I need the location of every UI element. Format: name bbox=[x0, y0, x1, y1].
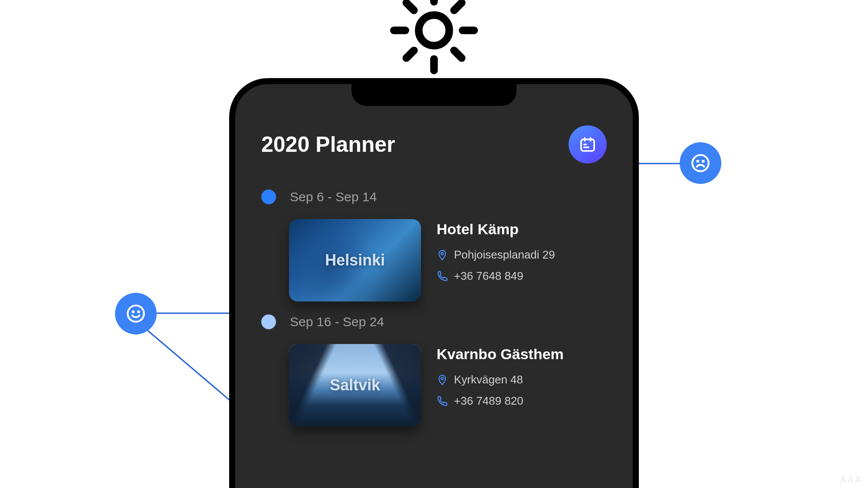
svg-line-8 bbox=[454, 3, 462, 10]
svg-point-21 bbox=[128, 305, 144, 322]
hotel-address-line: Pohjoisesplanadi 29 bbox=[437, 248, 607, 262]
location-pin-icon bbox=[437, 249, 448, 261]
location-pin-icon bbox=[437, 374, 448, 386]
svg-point-0 bbox=[419, 15, 449, 46]
destination-name: Helsinki bbox=[325, 251, 385, 269]
timeline-dot bbox=[261, 314, 276, 329]
trip-date-range: Sep 16 - Sep 24 bbox=[290, 314, 384, 329]
trip-body: Saltvik Kvarnbo Gästhem Kyrkvägen 48 bbox=[261, 344, 607, 426]
trip-date-row: Sep 6 - Sep 14 bbox=[261, 190, 607, 204]
phone-icon bbox=[437, 396, 448, 407]
svg-rect-14 bbox=[581, 139, 594, 151]
trip-date-range: Sep 6 - Sep 14 bbox=[290, 190, 377, 204]
app-screen: 2020 Planner Sep 6 - Sep 14 Helsinki bbox=[235, 84, 633, 488]
calendar-button[interactable] bbox=[569, 125, 607, 164]
timeline-dot bbox=[261, 190, 276, 204]
trip-date-row: Sep 16 - Sep 24 bbox=[261, 314, 607, 329]
svg-line-6 bbox=[454, 50, 462, 58]
annotation-dot bbox=[289, 423, 292, 426]
svg-point-23 bbox=[138, 311, 139, 313]
annotation-dot bbox=[289, 298, 292, 301]
trip-item: Sep 16 - Sep 24 Saltvik Kvarnbo Gästhem … bbox=[261, 314, 607, 426]
hotel-name: Kvarnbo Gästhem bbox=[437, 346, 607, 363]
svg-point-26 bbox=[703, 161, 704, 162]
hotel-address: Kyrkvägen 48 bbox=[454, 373, 523, 386]
hotel-phone: +36 7489 820 bbox=[454, 394, 523, 408]
hotel-phone-line: +36 7489 820 bbox=[437, 394, 607, 408]
svg-point-20 bbox=[441, 377, 443, 380]
hotel-name: Hotel Kämp bbox=[437, 221, 607, 238]
phone-frame: 2020 Planner Sep 6 - Sep 14 Helsinki bbox=[229, 78, 639, 488]
sun-icon bbox=[386, 0, 482, 80]
smile-icon bbox=[125, 303, 147, 324]
svg-point-25 bbox=[697, 161, 699, 162]
hotel-info: Kvarnbo Gästhem Kyrkvägen 48 +36 7489 82… bbox=[437, 344, 607, 416]
svg-point-24 bbox=[692, 155, 709, 171]
frown-icon bbox=[690, 152, 711, 174]
annotation-badge-negative bbox=[680, 142, 721, 184]
watermark: AAA bbox=[840, 474, 862, 485]
svg-point-19 bbox=[441, 252, 443, 255]
hotel-info: Hotel Kämp Pohjoisesplanadi 29 +36 7648 … bbox=[437, 219, 607, 291]
hotel-address-line: Kyrkvägen 48 bbox=[437, 373, 607, 386]
annotation-badge-positive bbox=[115, 293, 157, 334]
trip-body: Helsinki Hotel Kämp Pohjoisesplanadi 29 bbox=[261, 219, 607, 301]
destination-card[interactable]: Saltvik bbox=[289, 344, 421, 426]
trip-item: Sep 6 - Sep 14 Helsinki Hotel Kämp Pohjo… bbox=[261, 190, 607, 301]
hotel-phone-line: +36 7648 849 bbox=[437, 269, 607, 283]
page-title: 2020 Planner bbox=[261, 132, 395, 157]
header: 2020 Planner bbox=[261, 125, 607, 164]
phone-icon bbox=[437, 271, 448, 282]
svg-line-7 bbox=[406, 50, 414, 58]
hotel-phone: +36 7648 849 bbox=[454, 269, 523, 283]
destination-card[interactable]: Helsinki bbox=[289, 219, 421, 301]
svg-point-22 bbox=[133, 311, 134, 313]
destination-name: Saltvik bbox=[330, 376, 380, 394]
hotel-address: Pohjoisesplanadi 29 bbox=[454, 248, 555, 262]
svg-line-5 bbox=[406, 3, 414, 10]
calendar-icon bbox=[579, 136, 596, 153]
